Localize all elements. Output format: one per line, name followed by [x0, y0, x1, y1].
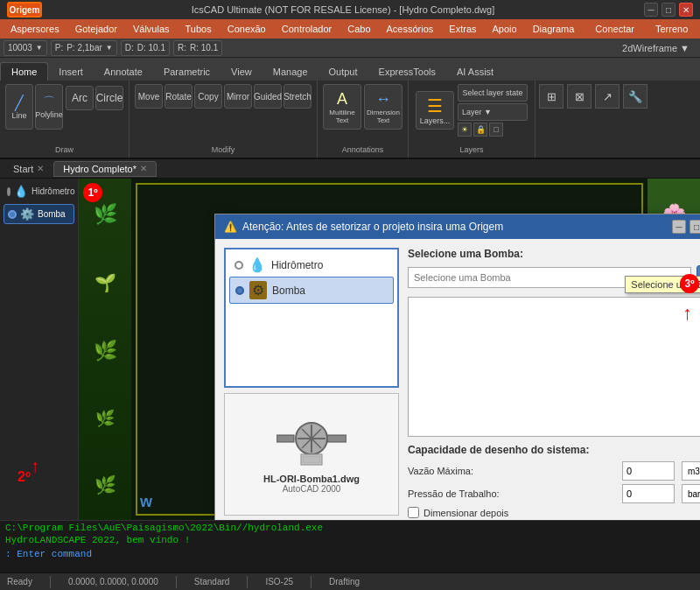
canvas: 🌿 🌱 🌿 🌿 🌿 w 🌸 🌼 🌿 🌹 🌸 [79, 179, 700, 520]
close-hydro-tab[interactable]: ✕ [140, 164, 147, 173]
layer-dropdown[interactable]: Layer ▼ [458, 103, 528, 121]
app-title: IcsCAD Ultimate (NOT FOR RESALE License)… [49, 4, 637, 15]
tab-tubos[interactable]: Tubos [178, 23, 219, 35]
tab-cabo[interactable]: Cabo [340, 23, 377, 35]
layer-combo[interactable]: 10003▼ [4, 40, 47, 56]
pressure-combo[interactable]: P:P: 2,1bar▼ [51, 40, 117, 56]
panel-item-hidrometro[interactable]: 💧 Hidrômetro [4, 182, 74, 200]
tab-annotate[interactable]: Annotate [94, 63, 153, 81]
tab-view[interactable]: View [220, 63, 262, 81]
radio-hidrometro-modal[interactable] [234, 261, 243, 270]
layers-tool[interactable]: ☰ Layers... [416, 91, 454, 130]
pressao-input[interactable] [622, 484, 675, 503]
badge-3: 3º [680, 274, 699, 293]
tab-expresstools[interactable]: ExpressTools [368, 63, 446, 81]
modal-title-content: ⚠️ Atenção: Antes de setorizar o projeto… [224, 221, 503, 233]
tab-gotejador[interactable]: Gotejador [68, 23, 124, 35]
hidrometro-icon: 💧 [248, 256, 266, 273]
move-tool[interactable]: Move [135, 84, 163, 109]
tab-hydro-completo[interactable]: Hydro Completo* ✕ [53, 161, 157, 177]
modal-maximize[interactable]: □ [690, 220, 700, 234]
layer-state-tool[interactable]: Select layer state [458, 84, 528, 102]
select-label: Selecione uma Bomba: [408, 248, 700, 260]
preview-right [408, 297, 700, 437]
tab-terreno[interactable]: Terreno [648, 23, 695, 35]
tab-acessorios[interactable]: Acessórios [380, 23, 441, 35]
guided-tool[interactable]: Guided [254, 84, 282, 109]
layer-icon3[interactable]: □ [489, 123, 503, 137]
diameter2-combo[interactable]: R:R: 10.1 [173, 40, 222, 56]
ribbon-group-layers: ☰ Layers... Select layer state Layer ▼ ☀… [409, 81, 536, 158]
vazao-input[interactable] [622, 461, 675, 481]
draw-tools: ╱ Line ⌒ Polyline Arc Circle [5, 84, 123, 130]
app-window: Origem IcsCAD Ultimate (NOT FOR RESALE L… [0, 0, 700, 590]
tab-controlador[interactable]: Controlador [275, 23, 339, 35]
minimize-button[interactable]: ─ [644, 3, 658, 17]
tab-extras[interactable]: Extras [442, 23, 483, 35]
rotate-tool[interactable]: Rotate [164, 84, 192, 109]
maximize-button[interactable]: □ [662, 3, 676, 17]
multiline-text-tool[interactable]: A Multiline Text [323, 84, 361, 130]
plant-5: 🌿 [94, 474, 116, 495]
diameter1-combo[interactable]: D:D: 10.1 [121, 40, 170, 56]
arrow-3: ↑ [682, 302, 692, 325]
modal-minimize[interactable]: ─ [672, 220, 686, 234]
annotation-tools: A Multiline Text ↔ Dimension Text [323, 84, 402, 130]
tab-conectar[interactable]: Conectar [588, 23, 641, 35]
tab-home[interactable]: Home [0, 62, 48, 81]
ribbon-icon-4[interactable]: 🔧 [623, 84, 648, 109]
panel-item-bomba[interactable]: ⚙️ Bomba [4, 204, 74, 224]
layer-icon1[interactable]: ☀ [458, 123, 472, 137]
tab-valvulas[interactable]: Válvulas [126, 23, 177, 35]
close-start-tab[interactable]: ✕ [37, 164, 44, 173]
modal-title-bar: ⚠️ Atenção: Antes de setorizar o projeto… [215, 214, 700, 239]
list-item-hidrometro[interactable]: 💧 Hidrômetro [229, 253, 394, 277]
copy-tool[interactable]: Copy [194, 84, 222, 109]
circle-tool[interactable]: Circle [95, 86, 123, 110]
close-button[interactable]: ✕ [679, 3, 693, 17]
preview-box: HL-ORI-Bomba1.dwg AutoCAD 2000 [224, 393, 399, 516]
dimensionar-checkbox[interactable] [408, 507, 419, 518]
polyline-tool[interactable]: ⌒ Polyline [35, 84, 63, 130]
stretch-tool[interactable]: Stretch [284, 84, 312, 109]
tab-apoio[interactable]: Apoio [486, 23, 524, 35]
pressao-unit[interactable]: bar psi [682, 484, 700, 503]
tab-output[interactable]: Output [318, 63, 368, 81]
ribbon-icon-1[interactable]: ⊞ [539, 84, 564, 109]
preview-filename: HL-ORI-Bomba1.dwg [263, 474, 360, 484]
plant-4: 🌿 [95, 409, 115, 428]
svg-rect-0 [276, 435, 294, 442]
ribbon-icon-2[interactable]: ⊠ [567, 84, 592, 109]
radio-bomba[interactable] [8, 210, 17, 219]
origem-button[interactable]: Origem [7, 2, 42, 18]
mirror-tool[interactable]: Mirror [224, 84, 252, 109]
dimension-tool[interactable]: ↔ Dimension Text [364, 84, 402, 130]
tab-aiassist[interactable]: AI Assist [446, 63, 504, 81]
tab-parametric[interactable]: Parametric [153, 63, 220, 81]
tab-insert[interactable]: Insert [48, 63, 94, 81]
tab-start[interactable]: Start ✕ [4, 161, 53, 177]
ribbon-tabs: Home Insert Annotate Parametric View Man… [0, 58, 700, 81]
ribbon-group-draw: ╱ Line ⌒ Polyline Arc Circle [0, 81, 130, 158]
dimensionar-row: Dimensionar depois [408, 507, 700, 518]
tab-manage[interactable]: Manage [262, 63, 318, 81]
ribbon-icon-3[interactable]: ↗ [595, 84, 620, 109]
view-mode[interactable]: 2dWireframe ▼ [622, 43, 696, 53]
status-div3 [247, 576, 248, 588]
modify-tools: Move Rotate Copy Mirror Guided Stretch [135, 84, 312, 109]
work-area: 💧 Hidrômetro ⚙️ Bomba 2º ↑ 🌿 🌱 🌿 🌿 🌿 [0, 179, 700, 520]
tab-diagrama[interactable]: Diagrama [526, 23, 582, 35]
radio-bomba-modal[interactable] [235, 286, 244, 295]
left-panel: 💧 Hidrômetro ⚙️ Bomba 2º ↑ [0, 179, 79, 520]
tab-aspersores[interactable]: Aspersores [4, 23, 66, 35]
tab-conexao[interactable]: Conexão [220, 23, 273, 35]
command-area: C:\Program Files\AuE\Paisagismo\2022\Bin… [0, 520, 700, 572]
doc-tabs: Start ✕ Hydro Completo* ✕ [0, 159, 700, 179]
line-tool[interactable]: ╱ Line [5, 84, 33, 130]
vazao-unit[interactable]: m3/h L/h [682, 461, 700, 481]
layer-icon2[interactable]: 🔒 [473, 123, 487, 137]
list-item-bomba[interactable]: ⚙ Bomba [229, 277, 394, 304]
arc-tool[interactable]: Arc [66, 86, 94, 110]
radio-hidrometro[interactable] [7, 187, 10, 196]
modal-left-section: 💧 Hidrômetro ⚙ Bomba [224, 248, 399, 520]
